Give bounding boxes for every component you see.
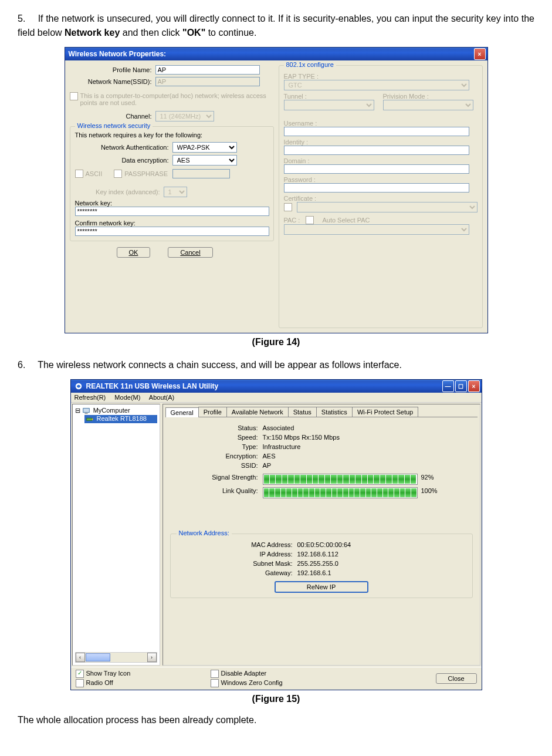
requires-key-text: This network requires a key for the foll… [75, 131, 269, 139]
tunnel-select [284, 100, 375, 110]
wireless-properties-window: Wireless Network Properties: × Profile N… [65, 47, 488, 333]
data-enc-select[interactable]: AES [172, 155, 237, 166]
auto-pac-checkbox [306, 216, 314, 224]
disable-adapter-checkbox[interactable] [211, 670, 219, 678]
step5-mid: and then click [120, 28, 182, 38]
mac-label: MAC Address: [175, 541, 297, 548]
net-auth-select[interactable]: WPA2-PSK [172, 142, 237, 153]
ascii-label: ASCII [86, 170, 103, 177]
adapter-icon [86, 415, 94, 423]
mask-label: Subnet Mask: [175, 560, 297, 567]
figure-15-caption: (Figure 15) [18, 694, 534, 704]
tab-status[interactable]: Status [288, 407, 317, 417]
close-icon[interactable]: × [474, 48, 486, 60]
type-label: Type: [170, 443, 263, 450]
tree-adapter[interactable]: Realtek RTL8188 [97, 415, 147, 422]
realtek-utility-window: REALTEK 11n USB Wireless LAN Utility — ☐… [70, 379, 482, 690]
computer-icon [82, 407, 90, 415]
password-input [284, 183, 470, 193]
network-address-group: Network Address: MAC Address:00:E0:5C:00… [170, 534, 473, 598]
tree-root[interactable]: MyComputer [93, 407, 130, 414]
close-button[interactable]: Close [436, 673, 477, 684]
ip-label: IP Address: [175, 551, 297, 558]
speed-label: Speed: [170, 434, 263, 441]
ssid-value: AP [263, 462, 272, 469]
wzc-checkbox[interactable] [211, 679, 219, 687]
passphrase-checkbox [114, 170, 122, 178]
cert-checkbox [284, 203, 292, 211]
scroll-thumb[interactable] [86, 653, 110, 662]
identity-input [284, 146, 470, 155]
maximize-icon[interactable]: ☐ [455, 380, 467, 392]
close-icon[interactable]: × [468, 380, 480, 392]
certificate-label: Certificate : [284, 195, 478, 202]
scroll-right-icon[interactable]: › [147, 653, 157, 662]
certificate-select [297, 202, 478, 212]
tab-statistics[interactable]: Statistics [316, 407, 353, 417]
password-label: Password : [284, 176, 478, 183]
tab-profile[interactable]: Profile [198, 407, 227, 417]
show-tray-label: Show Tray Icon [86, 670, 131, 677]
scroll-left-icon[interactable]: ‹ [76, 653, 85, 662]
8021x-fieldset: 802.1x configure EAP TYPE : GTC Tunnel :… [279, 65, 483, 328]
network-key-bold: Network key [65, 28, 120, 38]
tab-available-network[interactable]: Available Network [226, 407, 289, 417]
type-value: Infrastructure [263, 443, 301, 450]
pac-select [284, 224, 470, 235]
signal-label: Signal Strength: [170, 474, 263, 485]
svg-rect-4 [92, 419, 93, 420]
menu-mode[interactable]: Mode(M) [114, 394, 140, 401]
status-label: Status: [170, 424, 263, 431]
tree-collapse-icon[interactable]: ⊟ [75, 407, 80, 414]
window-title: REALTEK 11n USB Wireless LAN Utility [86, 382, 219, 390]
renew-ip-button[interactable]: ReNew IP [275, 581, 368, 593]
privision-select [383, 100, 474, 110]
ip-value: 192.168.6.112 [297, 551, 338, 558]
minimize-icon[interactable]: — [442, 380, 454, 392]
auto-pac-label: Auto Select PAC [322, 217, 370, 224]
key-index-label: Key index (advanced): [75, 188, 164, 195]
closing-text: The whole allocation process has been al… [18, 715, 534, 725]
username-input [284, 127, 470, 136]
radio-off-label: Radio Off [86, 679, 113, 686]
tree-scrollbar[interactable]: ‹ › [75, 652, 157, 663]
profile-name-input[interactable] [155, 65, 260, 75]
menu-refresh[interactable]: Refresh(R) [74, 394, 106, 401]
tab-wps[interactable]: Wi-Fi Protect Setup [352, 407, 418, 417]
privision-label: Privision Mode : [383, 93, 478, 100]
app-icon [74, 382, 83, 390]
ssid-label: Network Name(SSID): [70, 78, 155, 85]
cancel-button[interactable]: Cancel [168, 247, 212, 258]
show-tray-checkbox[interactable] [76, 670, 84, 678]
titlebar: REALTEK 11n USB Wireless LAN Utility — ☐… [71, 380, 482, 393]
ascii-checkbox [75, 170, 83, 178]
tab-general[interactable]: General [165, 407, 199, 417]
gateway-value: 192.168.6.1 [297, 569, 331, 576]
profile-name-label: Profile Name: [70, 66, 155, 73]
ssid-label: SSID: [170, 462, 263, 469]
adhoc-text: This is a computer-to-computer(ad hoc) n… [80, 92, 274, 106]
gateway-label: Gateway: [175, 569, 297, 576]
status-value: Associated [263, 424, 294, 431]
network-key-input[interactable] [75, 207, 269, 216]
figure-14-caption: (Figure 14) [18, 337, 534, 347]
channel-label: Channel: [70, 113, 155, 120]
device-tree: ⊟ MyComputer Realtek RTL8188 ‹ › [72, 404, 160, 666]
link-pct: 100% [421, 487, 438, 498]
confirm-key-input[interactable] [75, 227, 269, 236]
ssid-input [155, 77, 260, 86]
security-legend: Wireless network security [75, 122, 153, 129]
radio-off-checkbox[interactable] [76, 679, 84, 687]
menu-about[interactable]: About(A) [149, 394, 174, 401]
network-key-label: Network key: [75, 200, 269, 207]
bottom-panel: Show Tray Icon Radio Off Disable Adapter… [71, 667, 482, 690]
domain-input [284, 164, 470, 174]
network-address-legend: Network Address: [177, 529, 232, 536]
adhoc-checkbox [70, 92, 78, 100]
domain-label: Domain : [284, 157, 478, 164]
signal-pct: 92% [421, 474, 434, 485]
step5-number: 5. [18, 12, 35, 26]
step6-number: 6. [18, 358, 35, 372]
ok-button[interactable]: OK [117, 247, 151, 258]
svg-rect-3 [86, 418, 92, 420]
